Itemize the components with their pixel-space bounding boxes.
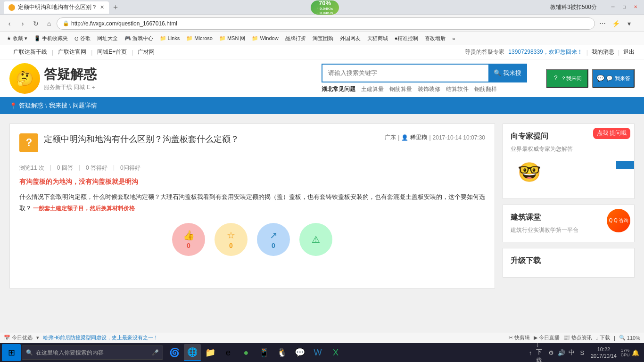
- bookmark-win[interactable]: 📁 Window: [249, 34, 281, 42]
- tray-antivirus-icon[interactable]: S: [578, 348, 587, 357]
- bookmark-foreign[interactable]: 外国网友: [337, 34, 363, 43]
- tray-network-icon[interactable]: 🔊: [557, 348, 566, 357]
- search-button[interactable]: 🔍 我来搜: [488, 65, 526, 82]
- star-button[interactable]: ☆ 0: [215, 223, 248, 256]
- notification-btn[interactable]: 🔔: [631, 348, 640, 357]
- bookmark-collections[interactable]: ★ 收藏 ▾: [4, 34, 30, 43]
- taskbar-search[interactable]: 🔍 在这里输入你要搜索的内容 🎤: [22, 346, 163, 360]
- speed-indicator: 70% ↑ 0.04K/s ↓ 0.04K/s: [311, 0, 339, 15]
- tab-title: 定额中明沟和地沟有什么区别？: [18, 3, 97, 11]
- report-button[interactable]: ⚠: [299, 223, 332, 256]
- question-stats: 浏览11 次 | 0 回答 | 0 答得好 | 0问得好: [19, 160, 485, 176]
- download-btn[interactable]: ↓ 下载: [596, 334, 611, 341]
- taskbar-pin-excel[interactable]: X: [327, 344, 344, 361]
- tab-favicon: [8, 4, 15, 11]
- tray-download-btn[interactable]: ↓ 下载: [536, 348, 545, 357]
- hot-news-btn[interactable]: 📰 热点资讯: [563, 334, 592, 341]
- tab-close-btn[interactable]: ✕: [100, 4, 104, 10]
- search-tags: 湖北常见问题 土建算量 钢筋算量 装饰装修 结算软件 钢筋翻样: [322, 85, 528, 93]
- site-title: 答疑解惑: [44, 66, 97, 83]
- taskbar-pin-word[interactable]: W: [309, 344, 326, 361]
- taskbar-pin-wechat[interactable]: 💬: [291, 344, 308, 361]
- topnav-link-1[interactable]: 广联达新干线: [9, 48, 51, 56]
- news-link[interactable]: 哈弗H6前后防撞梁型同虑设，史上最豪没有之一！: [43, 334, 158, 341]
- extensions-btn[interactable]: ▾: [623, 18, 635, 29]
- taskbar-pin-qq[interactable]: 🐧: [273, 344, 290, 361]
- upgrade-title: 升级下载: [511, 256, 627, 266]
- share-button[interactable]: ↗ 0: [257, 223, 290, 256]
- bookmark-precise[interactable]: ●精准控制: [392, 34, 421, 43]
- qq-consult-btn[interactable]: Q Q 咨询: [607, 209, 630, 232]
- back-btn[interactable]: ‹: [4, 18, 15, 29]
- course-card: 建筑课堂 建筑行业实训教学第一平台 Q Q 咨询: [503, 205, 635, 242]
- tray-ime-icon[interactable]: 中: [567, 348, 577, 357]
- like-button[interactable]: 👍 0: [172, 223, 205, 256]
- taskbar-pin-chrome[interactable]: ●: [238, 344, 255, 361]
- bookmark-taobao[interactable]: 淘宝团购: [310, 34, 336, 43]
- question-icon-badge: ？: [19, 133, 38, 152]
- answer-count: 0 回答: [57, 164, 73, 172]
- tag-3[interactable]: 装饰装修: [418, 85, 440, 93]
- topnav-logout[interactable]: 退出: [623, 48, 635, 56]
- share-btn[interactable]: ⋯: [597, 18, 608, 29]
- topnav-link-2[interactable]: 广联达官网: [54, 48, 90, 56]
- bookmark-more[interactable]: »: [449, 35, 458, 42]
- quick-edit-btn[interactable]: ✂ 快剪辑: [509, 334, 530, 341]
- close-btn[interactable]: ✕: [631, 3, 640, 10]
- download-btn[interactable]: ⚡: [610, 18, 621, 29]
- url-icon: 🔒: [63, 20, 69, 26]
- new-tab-btn[interactable]: ＋: [109, 1, 122, 14]
- tag-2[interactable]: 钢筋算量: [389, 85, 412, 93]
- follow-btn[interactable]: 关注我们: [616, 161, 634, 169]
- bookmark-games[interactable]: 🎮 游戏中心: [122, 34, 156, 43]
- bookmark-urlnav[interactable]: 网址大全: [94, 34, 121, 43]
- breadcrumb-home[interactable]: 答疑解惑: [19, 101, 43, 110]
- minimize-btn[interactable]: ─: [608, 3, 618, 10]
- taskbar-pin-browser-active active[interactable]: 🌐: [184, 344, 201, 361]
- bookmark-ms[interactable]: 📁 Microso: [183, 34, 215, 42]
- start-button[interactable]: ⊞: [2, 344, 21, 361]
- bookmark-mobile[interactable]: 📱 手机收藏夹: [31, 34, 71, 43]
- taskbar-pinned: 🌀 🌐 📁 e ● 📱 🐧 💬 W X: [166, 344, 344, 361]
- taskbar-pin-file[interactable]: 📁: [202, 344, 219, 361]
- topnav-messages[interactable]: 我的消息: [592, 48, 614, 56]
- zoom-btn[interactable]: 🔍 110%: [619, 335, 640, 341]
- breadcrumb-icon: 📍: [9, 102, 17, 109]
- home-btn[interactable]: ⌂: [43, 18, 55, 29]
- bookmark-wechat[interactable]: 喜改增后: [422, 34, 448, 43]
- browser-tab[interactable]: 定额中明沟和地沟有什么区别？ ✕: [4, 1, 109, 14]
- search-input[interactable]: [322, 65, 489, 82]
- action-row: 👍 0 ☆ 0 ↗ 0 ⚠: [19, 223, 485, 256]
- speech-bubble[interactable]: 点我 提问哦: [593, 128, 630, 139]
- tag-5[interactable]: 钢筋翻样: [474, 85, 497, 93]
- answer-btn[interactable]: 💬 💬 我来答: [592, 69, 635, 88]
- search-icon: 🔍: [494, 69, 501, 76]
- topnav-link-4[interactable]: 广材网: [134, 48, 158, 56]
- taskbar-pin-cortana[interactable]: 🌀: [166, 344, 183, 361]
- forward-btn[interactable]: ›: [17, 18, 28, 29]
- taskbar-pin-ie[interactable]: e: [220, 344, 237, 361]
- bookmark-msn[interactable]: 📁 MSN 网: [216, 34, 248, 43]
- bookmark-links[interactable]: 📁 Links: [157, 34, 183, 42]
- ask-btn[interactable]: ？ ？我来问: [546, 69, 588, 88]
- maximize-btn[interactable]: □: [619, 3, 629, 10]
- site-header: 🤔 答疑解惑 服务新干线 同城 E＋ 🔍 我来搜 湖北常见问题 土建算量 钢筋算…: [0, 59, 644, 97]
- taskbar-pin-apps[interactable]: 📱: [256, 344, 272, 361]
- view-count: 浏览11 次: [19, 164, 44, 172]
- topnav-link-3[interactable]: 同城E+首页: [93, 48, 131, 56]
- topnav-right: 尊贵的答疑专家 13907298339，欢迎您回来！ | 我的消息 | 退出: [465, 48, 635, 56]
- breadcrumb-search[interactable]: 我来搜: [49, 101, 67, 110]
- bookmark-google[interactable]: G 谷歌: [72, 34, 93, 43]
- browser-titlebar: 定额中明沟和地沟有什么区别？ ✕ ＋ 70% ↑ 0.04K/s ↓ 0.04K…: [0, 0, 644, 15]
- tag-4[interactable]: 结算软件: [446, 85, 469, 93]
- tray-settings-icon[interactable]: ⚙: [546, 348, 556, 357]
- bookmark-brand[interactable]: 品牌打折: [282, 34, 309, 43]
- bookmark-tmall[interactable]: 天猫商城: [364, 34, 391, 43]
- refresh-btn[interactable]: ↻: [30, 18, 41, 29]
- nav-right-controls: ⋯ ⚡ ▾: [597, 18, 640, 29]
- logo-text: 答疑解惑 服务新干线 同城 E＋: [44, 66, 97, 91]
- tray-upload-icon[interactable]: ↑: [526, 348, 535, 357]
- tag-1[interactable]: 土建算量: [361, 85, 384, 93]
- url-bar[interactable]: 🔒 http://e.fwxgx.com/question_1667016.ht…: [57, 17, 595, 30]
- logo-area: 🤔 答疑解惑 服务新干线 同城 E＋: [9, 63, 97, 94]
